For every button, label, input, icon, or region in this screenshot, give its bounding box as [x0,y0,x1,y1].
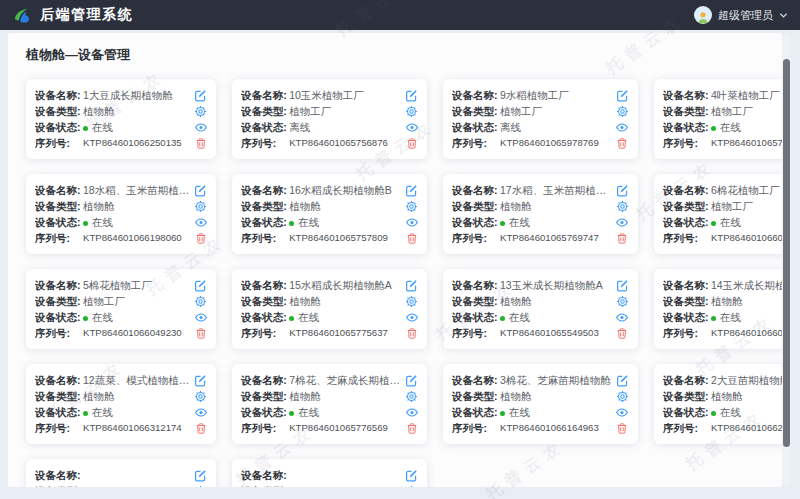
delete-trash-icon[interactable] [193,421,208,435]
settings-gear-icon[interactable] [404,104,419,118]
device-name-value: 7棉花、芝麻成长期植… [289,373,400,387]
device-status-label: 设备状态: [241,215,289,229]
delete-trash-icon[interactable] [193,136,208,150]
scrollbar-thumb[interactable] [783,59,790,447]
view-eye-icon[interactable] [615,215,630,229]
edit-icon[interactable] [615,278,630,292]
device-card: 设备名称: 16水稻成长期植物舱B 设备类型: 植物舱 设备状态: [232,174,427,254]
device-type-row: 设备类型: 植物舱 [452,199,630,213]
device-card: 设备名称: 1大豆成长期植物舱 设备类型: 植物舱 设备状态: [26,79,216,159]
online-dot [289,411,294,416]
settings-gear-icon[interactable] [193,484,208,487]
online-dot [289,316,294,321]
settings-gear-icon[interactable] [193,389,208,403]
app-header: 后端管理系统 超级管理员 [0,0,800,30]
device-status-value: 在线 [711,120,782,134]
edit-icon[interactable] [615,373,630,387]
view-eye-icon[interactable] [404,215,419,229]
edit-icon[interactable] [404,373,419,387]
device-status-label: 设备状态: [663,120,711,134]
device-type-label: 设备类型: [663,104,711,118]
view-eye-icon[interactable] [404,120,419,134]
device-serial-label: 序列号: [452,231,500,245]
view-eye-icon[interactable] [404,405,419,419]
settings-gear-icon[interactable] [404,199,419,213]
device-type-row: 设备类型: 植物工厂 [452,104,630,118]
delete-trash-icon[interactable] [193,326,208,340]
device-status-value: 在线 [289,310,400,324]
user-avatar [694,6,712,24]
settings-gear-icon[interactable] [404,389,419,403]
device-card: 设备名称: 14玉米成长期植物舱B 设备类型: 植物舱 设备状态: [654,269,782,349]
device-serial-value: KTP864601065775637 [289,326,400,340]
device-name-row: 设备名称: 10玉米植物工厂 [241,88,419,102]
scrollbar-track[interactable] [782,33,791,487]
edit-icon[interactable] [193,183,208,197]
delete-trash-icon[interactable] [615,421,630,435]
edit-icon[interactable] [193,373,208,387]
settings-gear-icon[interactable] [615,389,630,403]
delete-trash-icon[interactable] [404,421,419,435]
device-status-value: 在线 [289,405,400,419]
device-type-row: 设备类型: 植物舱 [663,294,782,308]
view-eye-icon[interactable] [193,310,208,324]
content-panel: 植物舱—设备管理 设备名称: 1大豆成长期植物舱 设备类型: 植物舱 [8,33,782,487]
device-name-row: 设备名称: 9水稻植物工厂 [452,88,630,102]
device-status-row: 设备状态: 在线 [35,215,208,229]
edit-icon[interactable] [404,183,419,197]
device-serial-value: KTP864601065769747 [500,231,611,245]
device-status-value: 离线 [500,120,611,134]
delete-trash-icon[interactable] [404,136,419,150]
device-name-row: 设备名称: 16水稻成长期植物舱B [241,183,419,197]
device-serial-label: 序列号: [35,421,83,435]
edit-icon[interactable] [193,278,208,292]
edit-icon[interactable] [404,278,419,292]
delete-trash-icon[interactable] [404,326,419,340]
settings-gear-icon[interactable] [193,294,208,308]
edit-icon[interactable] [404,468,419,482]
view-eye-icon[interactable] [615,405,630,419]
view-eye-icon[interactable] [193,405,208,419]
view-eye-icon[interactable] [404,310,419,324]
settings-gear-icon[interactable] [615,294,630,308]
device-name-row: 设备名称: 5棉花植物工厂 [35,278,208,292]
delete-trash-icon[interactable] [615,326,630,340]
device-type-value: 植物舱 [289,389,400,403]
device-status-label: 设备状态: [452,120,500,134]
settings-gear-icon[interactable] [615,104,630,118]
device-type-label: 设备类型: [241,484,289,487]
delete-trash-icon[interactable] [404,231,419,245]
device-name-row: 设备名称: 2大豆苗期植物舱 [663,373,782,387]
device-name-row: 设备名称: 1大豆成长期植物舱 [35,88,208,102]
delete-trash-icon[interactable] [615,231,630,245]
edit-icon[interactable] [193,468,208,482]
device-type-row: 设备类型: 植物舱 [663,389,782,403]
view-eye-icon[interactable] [193,120,208,134]
edit-icon[interactable] [193,88,208,102]
device-serial-label: 序列号: [241,231,289,245]
view-eye-icon[interactable] [615,310,630,324]
device-serial-label: 序列号: [452,326,500,340]
edit-icon[interactable] [615,88,630,102]
edit-icon[interactable] [404,88,419,102]
view-eye-icon[interactable] [615,120,630,134]
device-status-row: 设备状态: 在线 [452,215,630,229]
device-serial-value: KTP864601066012402 [711,231,782,245]
edit-icon[interactable] [615,183,630,197]
device-name-value: 5棉花植物工厂 [83,278,189,292]
device-card-grid: 设备名称: 1大豆成长期植物舱 设备类型: 植物舱 设备状态: [26,79,764,487]
settings-gear-icon[interactable] [193,104,208,118]
settings-gear-icon[interactable] [404,484,419,487]
settings-gear-icon[interactable] [615,199,630,213]
online-dot [500,316,505,321]
device-name-label: 设备名称: [241,183,289,197]
settings-gear-icon[interactable] [193,199,208,213]
user-menu[interactable]: 超级管理员 [694,6,788,24]
delete-trash-icon[interactable] [615,136,630,150]
view-eye-icon[interactable] [193,215,208,229]
device-card: 设备名称: 13玉米成长期植物舱A 设备类型: 植物舱 设备状态: [443,269,638,349]
device-status-row: 设备状态: 在线 [241,310,419,324]
settings-gear-icon[interactable] [404,294,419,308]
delete-trash-icon[interactable] [193,231,208,245]
device-status-row: 设备状态: 离线 [241,120,419,134]
